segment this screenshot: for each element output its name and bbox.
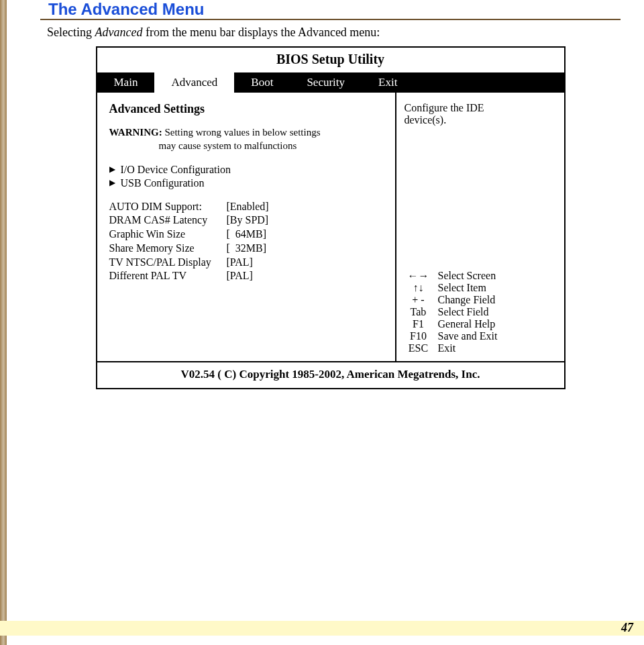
warning-line1: Setting wrong values in below settings (164, 127, 320, 138)
side-ribbon (0, 0, 7, 645)
key-label: General Help (438, 318, 557, 330)
warning-label: WARNING: (109, 127, 162, 138)
warning-block: WARNING: Setting wrong values in below s… (109, 126, 384, 153)
option-list: AUTO DIM Support: [Enabled] DRAM CAS# La… (109, 200, 384, 284)
bios-left-pane: Advanced Settings WARNING: Setting wrong… (97, 93, 396, 361)
advanced-settings-title: Advanced Settings (109, 102, 384, 116)
context-help: Configure the IDE device(s). (405, 102, 557, 126)
key-label: Change Field (438, 294, 557, 306)
triangle-icon: ▶ (109, 178, 115, 188)
bios-screenshot: BIOS Setup Utility Main Advanced Boot Se… (96, 46, 566, 389)
help-line1: Configure the IDE (405, 102, 557, 114)
heading-rule: The Advanced Menu (40, 0, 621, 20)
page-number: 47 (621, 621, 633, 634)
page-content: The Advanced Menu Selecting Advanced fro… (0, 0, 644, 389)
warning-line2: may cause system to malfunctions (109, 139, 378, 152)
option-label: AUTO DIM Support: (109, 200, 227, 214)
key-label: Exit (438, 342, 557, 354)
option-value: [ 64MB] (227, 228, 267, 242)
key-label: Save and Exit (438, 330, 557, 342)
option-graphic-win[interactable]: Graphic Win Size [ 64MB] (109, 228, 384, 242)
option-dram-cas[interactable]: DRAM CAS# Latency [By SPD] (109, 213, 384, 228)
triangle-icon: ▶ (109, 164, 115, 175)
bios-tabbar: Main Advanced Boot Security Exit (97, 72, 564, 93)
key-label: Select Item (438, 282, 557, 294)
option-label: TV NTSC/PAL Display (109, 256, 227, 270)
option-label: Different PAL TV (109, 269, 227, 283)
option-value: [PAL] (227, 256, 253, 270)
submenu-io-device[interactable]: ▶ I/O Device Configuration (109, 164, 384, 176)
page-heading: The Advanced Menu (40, 0, 621, 19)
option-value: [PAL] (227, 269, 253, 283)
tab-advanced[interactable]: Advanced (154, 72, 234, 93)
option-label: Graphic Win Size (109, 228, 227, 242)
bios-copyright-footer: V02.54 ( C) Copyright 1985-2002, America… (97, 361, 564, 388)
option-label: DRAM CAS# Latency (109, 213, 227, 228)
bios-body: Advanced Settings WARNING: Setting wrong… (97, 93, 564, 361)
intro-italic: Advanced (95, 26, 142, 39)
option-value: [Enabled] (227, 200, 269, 214)
arrow-left-right-icon: ←→ (405, 270, 433, 282)
option-share-memory[interactable]: Share Memory Size [ 32MB] (109, 242, 384, 256)
key-tab: Tab (405, 306, 433, 318)
tab-security[interactable]: Security (290, 72, 362, 93)
option-auto-dim[interactable]: AUTO DIM Support: [Enabled] (109, 200, 384, 214)
page-number-footer: 47 (0, 621, 644, 636)
key-help-table: ←→ Select Screen ↑↓ Select Item + - Chan… (405, 270, 557, 354)
key-f1: F1 (405, 318, 433, 330)
option-value: [ 32MB] (227, 242, 267, 256)
intro-paragraph: Selecting Advanced from the menu bar dis… (47, 26, 621, 40)
option-tv-ntsc-pal[interactable]: TV NTSC/PAL Display [PAL] (109, 256, 384, 270)
submenu-list: ▶ I/O Device Configuration ▶ USB Configu… (109, 164, 384, 189)
tab-exit[interactable]: Exit (362, 72, 414, 93)
submenu-usb[interactable]: ▶ USB Configuration (109, 177, 384, 189)
help-line2: device(s). (405, 114, 557, 126)
arrow-up-down-icon: ↑↓ (405, 282, 433, 294)
bios-right-pane: Configure the IDE device(s). ←→ Select S… (396, 93, 564, 361)
tab-main[interactable]: Main (97, 72, 155, 93)
bios-title: BIOS Setup Utility (97, 48, 564, 72)
submenu-label: USB Configuration (121, 177, 205, 189)
option-different-pal[interactable]: Different PAL TV [PAL] (109, 269, 384, 283)
intro-pre: Selecting (47, 26, 95, 39)
key-esc: ESC (405, 342, 433, 354)
tab-boot[interactable]: Boot (234, 72, 290, 93)
option-value: [By SPD] (227, 213, 269, 228)
intro-post: from the menu bar displays the Advanced … (142, 26, 380, 39)
key-f10: F10 (405, 330, 433, 342)
option-label: Share Memory Size (109, 242, 227, 256)
submenu-label: I/O Device Configuration (121, 164, 231, 176)
key-label: Select Screen (438, 270, 557, 282)
key-label: Select Field (438, 306, 557, 318)
plus-minus-icon: + - (405, 294, 433, 306)
